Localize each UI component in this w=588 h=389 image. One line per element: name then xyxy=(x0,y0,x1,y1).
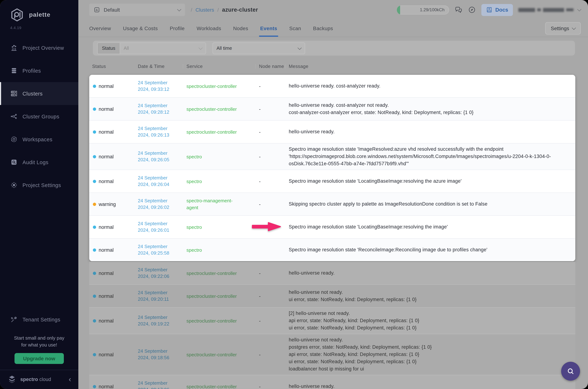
event-time-link[interactable]: 24 September2024, 09:26:04 xyxy=(138,175,186,188)
event-time-link[interactable]: 24 September2024, 09:17:06 xyxy=(138,380,186,389)
compass-icon[interactable] xyxy=(468,6,476,14)
tab-workloads[interactable]: Workloads xyxy=(196,20,221,37)
tab-overview[interactable]: Overview xyxy=(89,20,111,37)
message-cell: hello-universe ready. xyxy=(289,383,575,389)
sidebar-item-workspaces[interactable]: Workspaces xyxy=(0,128,78,151)
service-name: spectrocluster-controller xyxy=(186,105,259,112)
help-search-fab[interactable] xyxy=(561,362,580,381)
annotation-arrow xyxy=(252,222,281,232)
status-cell: normal xyxy=(89,293,138,299)
table-row[interactable]: normal24 September2024, 09:20:11spectroc… xyxy=(89,284,575,307)
message-cell: Skipping spectro cluster apply to palett… xyxy=(289,200,575,208)
table-row[interactable]: normal24 September2024, 09:26:13spectroc… xyxy=(89,120,575,143)
usage-quota-pill[interactable]: 1.29/100kCh xyxy=(397,5,449,14)
sidebar-item-label: Clusters xyxy=(23,91,43,97)
status-label: normal xyxy=(99,352,114,357)
status-cell: normal xyxy=(89,179,138,184)
status-dot-normal xyxy=(93,353,96,356)
status-label: normal xyxy=(99,318,114,324)
message-cell: Spectro image resolution state 'Locating… xyxy=(289,223,575,231)
sidebar-item-label: Workspaces xyxy=(23,136,53,142)
tab-profile[interactable]: Profile xyxy=(170,20,185,37)
breadcrumb-separator: / xyxy=(191,7,192,13)
app-version: 4.4.19 xyxy=(0,23,78,30)
molecule-icon xyxy=(10,113,18,120)
status-cell: normal xyxy=(89,224,138,230)
event-time-link[interactable]: 24 September2024, 09:26:02 xyxy=(138,197,186,211)
table-row[interactable]: normal24 September2024, 09:26:01spectro-… xyxy=(89,215,575,238)
column-header-date-time: Date & Time xyxy=(138,64,186,69)
layers-icon xyxy=(10,67,18,74)
event-time-link[interactable]: 24 September2024, 09:20:11 xyxy=(138,290,186,303)
table-row[interactable]: normal24 September2024, 09:28:12spectroc… xyxy=(89,97,575,120)
time-filter-select[interactable]: All time xyxy=(213,42,305,54)
status-label: normal xyxy=(99,270,114,276)
settings-button-label: Settings xyxy=(551,25,569,31)
upgrade-now-button[interactable]: Upgrade now xyxy=(14,353,64,364)
sidebar-item-cluster-groups[interactable]: Cluster Groups xyxy=(0,105,78,128)
column-header-service: Service xyxy=(186,64,259,69)
node-name: - xyxy=(259,352,289,357)
spectro-cloud-logo-icon xyxy=(7,374,17,384)
status-cell: normal xyxy=(89,129,138,134)
table-row[interactable]: normal24 September2024, 09:18:56spectroc… xyxy=(89,334,575,375)
docs-button[interactable]: Docs xyxy=(481,4,513,16)
event-time-link[interactable]: 24 September2024, 09:26:01 xyxy=(138,221,186,233)
sidebar-item-project-settings[interactable]: Project Settings xyxy=(0,174,78,196)
table-row[interactable]: normal24 September2024, 09:33:12spectroc… xyxy=(89,75,575,97)
table-row[interactable]: warning24 September2024, 09:26:02spectro… xyxy=(89,193,575,215)
user-menu[interactable] xyxy=(518,8,581,12)
event-time-link[interactable]: 24 September2024, 09:28:12 xyxy=(138,102,186,116)
tab-scan[interactable]: Scan xyxy=(289,20,301,37)
cluster-tabs: Overview Usage & Costs Profile Workloads… xyxy=(78,20,588,37)
app-logo-text: palette xyxy=(29,11,50,19)
service-name: spectrocluster-controller xyxy=(186,292,259,299)
spectro-cloud-wordmark: spectro cloud xyxy=(20,376,51,382)
event-time-link[interactable]: 24 September2024, 09:19:22 xyxy=(138,314,186,327)
table-row[interactable]: normal24 September2024, 09:17:06spectroc… xyxy=(89,375,575,389)
magnifier-icon xyxy=(566,367,575,376)
message-cell: [2] hello-universe not ready.api error, … xyxy=(289,310,575,332)
sidebar: palette 4.4.19 Project Overview Profiles xyxy=(0,0,78,389)
tab-usage-costs[interactable]: Usage & Costs xyxy=(123,20,158,37)
table-row[interactable]: normal24 September2024, 09:22:06spectroc… xyxy=(89,262,575,284)
chat-icon[interactable] xyxy=(454,6,462,14)
table-row[interactable]: normal24 September2024, 09:19:22spectroc… xyxy=(89,307,575,334)
filter-bar: Status All All time xyxy=(93,41,575,56)
sidebar-item-profiles[interactable]: Profiles xyxy=(0,59,78,82)
user-name-redacted xyxy=(518,8,535,12)
tab-nodes[interactable]: Nodes xyxy=(233,20,248,37)
project-selector[interactable]: Default xyxy=(89,4,185,16)
sidebar-item-clusters[interactable]: Clusters xyxy=(0,82,78,105)
user-name-redacted xyxy=(537,8,541,11)
sidebar-collapse-icon[interactable]: ‹ xyxy=(69,376,71,383)
project-icon xyxy=(94,6,100,13)
tab-backups[interactable]: Backups xyxy=(313,20,333,37)
breadcrumb-clusters-link[interactable]: Clusters xyxy=(196,7,214,13)
table-row[interactable]: normal24 September2024, 09:25:58spectroS… xyxy=(89,238,575,261)
table-row[interactable]: normal24 September2024, 09:26:04spectro-… xyxy=(89,170,575,193)
palette-logo-icon xyxy=(9,7,25,23)
status-cell: normal xyxy=(89,352,138,357)
status-filter-select[interactable]: All xyxy=(120,43,206,54)
sidebar-item-tenant-settings[interactable]: Tenant Settings xyxy=(0,308,78,331)
breadcrumb-current: azure-cluster xyxy=(222,6,258,13)
tools-icon xyxy=(10,316,18,323)
tab-events[interactable]: Events xyxy=(260,20,277,37)
table-row[interactable]: normal24 September2024, 09:26:05spectro-… xyxy=(89,143,575,170)
settings-button[interactable]: Settings xyxy=(545,22,581,34)
message-cell: Spectro image resolution state 'Reconcil… xyxy=(289,246,575,254)
column-header-node-name: Node name xyxy=(259,64,289,69)
sidebar-item-project-overview[interactable]: Project Overview xyxy=(0,36,78,59)
event-time-link[interactable]: 24 September2024, 09:18:56 xyxy=(138,348,186,361)
node-name: - xyxy=(259,106,289,112)
event-time-link[interactable]: 24 September2024, 09:33:12 xyxy=(138,80,186,93)
event-time-link[interactable]: 24 September2024, 09:25:58 xyxy=(138,243,186,257)
event-time-link[interactable]: 24 September2024, 09:26:05 xyxy=(138,150,186,163)
sidebar-item-audit-logs[interactable]: Audit Logs xyxy=(0,151,78,174)
service-name: spectrocluster-controller xyxy=(186,351,259,358)
event-time-link[interactable]: 24 September2024, 09:22:06 xyxy=(138,267,186,280)
status-cell: normal xyxy=(89,247,138,253)
event-time-link[interactable]: 24 September2024, 09:26:13 xyxy=(138,125,186,138)
status-dot-normal xyxy=(93,294,96,298)
